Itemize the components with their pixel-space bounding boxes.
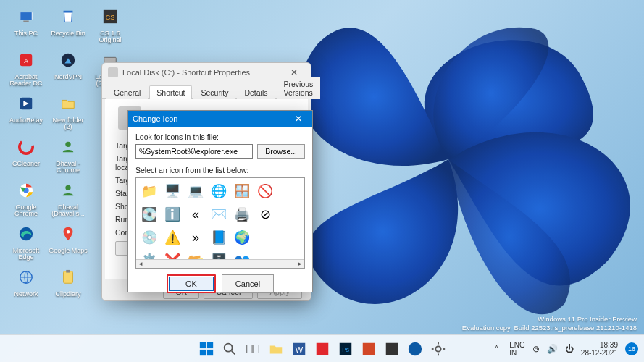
desktop-icon-person[interactable]: Dhaval (Dhaval s...: [48, 178, 88, 218]
icon-label: Microsoft Edge: [6, 248, 46, 261]
desktop-icon-clip[interactable]: Clipdiary: [48, 265, 88, 298]
icon-option-window-slash[interactable]: 🚫: [255, 181, 275, 201]
icon-label: Dhaval (Dhaval s...: [48, 204, 88, 218]
dialog-ok-button[interactable]: OK: [169, 277, 214, 291]
svg-rect-18: [64, 272, 73, 284]
icon-option-globe2[interactable]: 🌍: [232, 227, 252, 248]
tab-details[interactable]: Details: [237, 85, 275, 99]
icon-label: Google Maps: [49, 248, 88, 254]
desktop: This PCRecycle BinCSCS 1.6 OriginalAAcro…: [0, 0, 644, 362]
taskbar-taskview[interactable]: [243, 340, 262, 358]
svg-rect-27: [253, 345, 258, 353]
tab-general[interactable]: General: [106, 85, 148, 99]
ok-highlight: OK: [167, 274, 216, 293]
svg-rect-21: [206, 342, 212, 348]
icon-option-chev-l[interactable]: «: [185, 204, 206, 224]
maps-icon: [56, 222, 80, 246]
desktop-icon-folder[interactable]: New folder (2): [48, 91, 88, 131]
cs-icon: CS: [98, 4, 122, 29]
dialog-titlebar[interactable]: Change Icon ✕: [128, 111, 312, 127]
desktop-icon-maps[interactable]: Google Maps: [48, 222, 88, 254]
icon-label: Acrobat Reader DC: [6, 74, 46, 88]
icon-option-chev-r[interactable]: »: [185, 227, 206, 248]
tray-overflow-icon[interactable]: ˄: [490, 343, 502, 355]
desktop-icon-pdf[interactable]: AAcrobat Reader DC: [6, 48, 46, 88]
desktop-icon-nord[interactable]: NordVPN: [48, 48, 88, 80]
icon-option-globe[interactable]: 🌐: [209, 181, 229, 201]
taskbar-explorer[interactable]: [267, 340, 285, 358]
taskbar-ps[interactable]: Ps: [336, 340, 355, 358]
svg-point-11: [65, 142, 70, 147]
desktop-icon-edge[interactable]: Microsoft Edge: [6, 222, 46, 261]
icon-option-window[interactable]: 🪟: [232, 181, 252, 201]
icon-list[interactable]: 📁🖥️💻🌐🪟🚫💽ℹ️«✉️🖨️⊘💿⚠️»📘🌍⚙️❌📂🗄️👥 ◄►: [135, 177, 305, 269]
clock[interactable]: 18:39 28-12-2021: [581, 341, 618, 357]
svg-rect-23: [206, 349, 212, 355]
icon-option-folder[interactable]: 📁: [139, 181, 159, 201]
desktop-icon-audio[interactable]: AudioRelay: [6, 91, 46, 124]
pc-icon: [14, 4, 38, 29]
icon-option-disc[interactable]: 💿: [139, 227, 159, 248]
icon-option-printer[interactable]: 🖨️: [232, 204, 252, 224]
desktop-icon-pc[interactable]: This PC: [6, 4, 46, 37]
wifi-icon[interactable]: ⊚: [532, 344, 540, 354]
icon-option-blank[interactable]: [278, 227, 298, 248]
taskbar: WPs ˄ ENGIN ⊚ 🔊 ⏻ 18:39 28-12-2021 16: [0, 334, 644, 362]
desktop-icon-cc[interactable]: CCleaner: [6, 135, 46, 167]
desktop-icon-chrome[interactable]: Google Chrome: [6, 178, 46, 218]
tab-shortcut[interactable]: Shortcut: [149, 85, 192, 99]
taskbar-center: WPs: [197, 340, 448, 358]
icon-label: CS 1.6 Original: [90, 30, 130, 44]
taskbar-word[interactable]: W: [290, 340, 309, 358]
svg-point-36: [435, 346, 440, 351]
desktop-icon-cs[interactable]: CSCS 1.6 Original: [90, 4, 130, 44]
folder-icon: [56, 91, 80, 116]
icon-option-blank[interactable]: [278, 181, 298, 201]
language-indicator[interactable]: ENGIN: [509, 341, 525, 357]
icon-path-input[interactable]: [135, 144, 253, 159]
chrome-icon: [14, 178, 38, 203]
volume-icon[interactable]: 🔊: [547, 344, 558, 354]
icon-option-mail[interactable]: ✉️: [209, 204, 229, 224]
taskbar-search[interactable]: [220, 340, 239, 358]
icon-label: Recycle Bin: [51, 30, 85, 37]
icon-option-drive[interactable]: 💽: [139, 204, 159, 224]
notification-badge[interactable]: 16: [625, 342, 638, 355]
tab-security[interactable]: Security: [193, 85, 235, 99]
icon-option-blank[interactable]: [278, 204, 298, 224]
icon-option-denied[interactable]: ⊘: [255, 204, 275, 224]
icon-option-blank[interactable]: [255, 227, 275, 248]
pdf-icon: A: [14, 48, 38, 72]
tab-previous-versions[interactable]: Previous Versions: [277, 77, 321, 99]
taskbar-edge[interactable]: [406, 340, 425, 358]
horizontal-scrollbar[interactable]: ◄►: [136, 259, 304, 268]
svg-point-24: [224, 343, 232, 351]
icon-option-monitor[interactable]: 💻: [185, 181, 206, 201]
taskbar-start[interactable]: [197, 340, 216, 358]
icon-label: New folder (2): [48, 117, 88, 131]
svg-rect-26: [246, 345, 251, 353]
icon-option-word[interactable]: 📘: [209, 227, 229, 248]
browse-button[interactable]: Browse...: [257, 144, 305, 159]
taskbar-dev[interactable]: [382, 340, 401, 358]
dialog-close-button[interactable]: ✕: [289, 112, 308, 125]
dialog-cancel-button[interactable]: Cancel: [222, 274, 274, 293]
taskbar-pp[interactable]: [359, 340, 378, 358]
svg-text:CS: CS: [106, 14, 115, 21]
taskbar-pdf[interactable]: [313, 340, 332, 358]
person-icon: [56, 178, 80, 203]
icon-option-info[interactable]: ℹ️: [162, 204, 183, 224]
svg-text:A: A: [24, 58, 28, 64]
desktop-icon-person[interactable]: Dhaval - Chrome: [48, 135, 88, 174]
power-icon[interactable]: ⏻: [565, 344, 574, 354]
svg-rect-34: [385, 342, 398, 355]
svg-rect-2: [64, 11, 73, 13]
change-icon-dialog: Change Icon ✕ Look for icons in this fil…: [127, 110, 313, 292]
taskbar-settings[interactable]: [429, 340, 448, 358]
svg-rect-0: [20, 12, 33, 20]
icon-option-monitor-q[interactable]: 🖥️: [162, 181, 183, 201]
svg-point-10: [20, 140, 33, 153]
icon-option-warn[interactable]: ⚠️: [162, 227, 183, 248]
desktop-icon-bin[interactable]: Recycle Bin: [48, 4, 88, 37]
desktop-icon-net[interactable]: Network: [6, 265, 46, 298]
